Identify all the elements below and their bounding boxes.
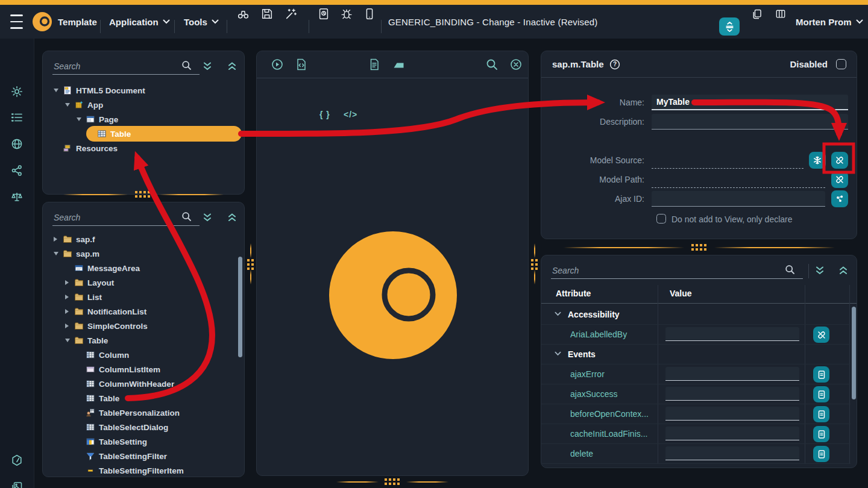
attributes-search-input[interactable] bbox=[551, 263, 803, 279]
attribute-name[interactable]: delete bbox=[570, 449, 593, 458]
tree-item-page-2[interactable]: Page bbox=[43, 112, 241, 127]
name-input[interactable] bbox=[652, 95, 848, 110]
device-tablet-icon[interactable] bbox=[315, 5, 333, 23]
hamburger-menu-icon[interactable] bbox=[10, 5, 23, 39]
attribute-value-input[interactable] bbox=[665, 387, 799, 401]
share-icon[interactable] bbox=[10, 164, 24, 177]
tree-item-columnwithheader-10[interactable]: ColumnWithHeader bbox=[43, 377, 241, 391]
edit-script-button[interactable] bbox=[813, 446, 829, 462]
attribute-value-input[interactable] bbox=[665, 367, 799, 381]
tree-item-resources-4[interactable]: Resources bbox=[43, 141, 241, 155]
page-tree-search-input[interactable] bbox=[52, 58, 200, 75]
tree-item-tablepersonalization-12[interactable]: TablePersonalization bbox=[43, 405, 241, 420]
expander-right-icon[interactable] bbox=[54, 237, 63, 242]
gallery-icon[interactable] bbox=[10, 480, 24, 488]
tree-item-table-3[interactable]: Table bbox=[86, 126, 242, 142]
collapse-all-icon[interactable] bbox=[227, 212, 237, 223]
attribute-name[interactable]: AriaLabelledBy bbox=[570, 330, 627, 339]
tree-item-tablesetting-14[interactable]: TableSetting bbox=[43, 434, 241, 449]
unbind-button[interactable] bbox=[813, 327, 829, 343]
tree-item-tablesettingfilteritem-16[interactable]: TableSettingFilterItem bbox=[43, 463, 241, 478]
vertical-splitter-handle[interactable] bbox=[531, 259, 538, 270]
expander-right-icon[interactable] bbox=[65, 280, 74, 285]
expander-right-icon[interactable] bbox=[65, 295, 74, 299]
library-scrollbar[interactable] bbox=[238, 257, 242, 357]
menu-tools[interactable]: Tools bbox=[184, 5, 219, 39]
help-icon[interactable]: ? bbox=[609, 59, 620, 70]
tree-item-columnlistitem-9[interactable]: ColumnListItem bbox=[43, 362, 241, 377]
tree-item-layout-3[interactable]: Layout bbox=[43, 275, 241, 290]
expand-all-icon[interactable] bbox=[202, 61, 213, 72]
expand-all-icon[interactable] bbox=[202, 212, 213, 223]
attribute-value-input[interactable] bbox=[665, 407, 799, 421]
edit-script-button[interactable] bbox=[813, 406, 829, 422]
expander-right-icon[interactable] bbox=[65, 324, 74, 328]
vertical-splitter-handle[interactable] bbox=[247, 259, 254, 270]
menu-application[interactable]: Application bbox=[109, 5, 170, 39]
tree-item-html5-document-0[interactable]: HTML5 Document bbox=[43, 83, 241, 98]
expander-down-icon[interactable] bbox=[65, 103, 74, 107]
binding-snowflake-button[interactable] bbox=[809, 152, 826, 169]
tree-item-simplecontrols-6[interactable]: SimpleControls bbox=[43, 319, 241, 333]
package-icon[interactable] bbox=[10, 454, 24, 467]
edit-script-button[interactable] bbox=[813, 366, 829, 383]
collapse-all-icon[interactable] bbox=[227, 61, 237, 72]
unbind-model-source-button[interactable] bbox=[831, 152, 848, 169]
tree-item-sap-f-0[interactable]: sap.f bbox=[43, 232, 241, 246]
edit-script-button[interactable] bbox=[813, 426, 829, 442]
tree-item-sap-m-1[interactable]: sap.m bbox=[43, 246, 241, 261]
chevron-down-icon[interactable] bbox=[555, 351, 561, 356]
ajax-graph-button[interactable] bbox=[831, 190, 848, 207]
ajax-id-input[interactable] bbox=[652, 191, 825, 207]
user-menu[interactable]: Morten Prom bbox=[796, 5, 863, 39]
columns-icon[interactable] bbox=[772, 5, 790, 23]
tree-item-column-8[interactable]: Column bbox=[43, 348, 241, 362]
model-path-input[interactable] bbox=[652, 173, 825, 188]
attribute-name[interactable]: cacheInitLoadFinis... bbox=[570, 429, 647, 439]
description-input[interactable] bbox=[652, 114, 848, 130]
library-search-input[interactable] bbox=[52, 210, 200, 226]
tree-item-table-11[interactable]: Table bbox=[43, 391, 241, 405]
expander-right-icon[interactable] bbox=[65, 309, 74, 314]
globe-icon[interactable] bbox=[10, 137, 24, 151]
attribute-name[interactable]: ajaxSuccess bbox=[570, 389, 618, 399]
expander-down-icon[interactable] bbox=[65, 339, 74, 342]
attributes-scrollbar[interactable] bbox=[852, 307, 856, 399]
edit-script-button[interactable] bbox=[813, 386, 829, 402]
collapse-all-icon[interactable] bbox=[838, 265, 849, 276]
wand-icon[interactable] bbox=[282, 5, 300, 23]
horizontal-splitter-handle[interactable] bbox=[691, 244, 706, 251]
expander-down-icon[interactable] bbox=[77, 117, 86, 121]
tree-item-list-4[interactable]: List bbox=[43, 290, 241, 304]
attribute-name[interactable]: ajaxError bbox=[570, 369, 605, 379]
attribute-value-input[interactable] bbox=[665, 427, 799, 440]
expander-down-icon[interactable] bbox=[54, 89, 63, 92]
attribute-value-input[interactable] bbox=[665, 446, 799, 460]
tree-item-tableselectdialog-13[interactable]: TableSelectDialog bbox=[43, 420, 241, 434]
bug-icon[interactable] bbox=[338, 5, 356, 23]
list-icon[interactable] bbox=[10, 111, 24, 124]
horizontal-splitter-handle[interactable] bbox=[385, 478, 400, 485]
expander-down-icon[interactable] bbox=[54, 252, 63, 255]
horizontal-splitter-handle[interactable] bbox=[135, 191, 150, 198]
model-source-input[interactable] bbox=[652, 154, 804, 169]
disabled-checkbox[interactable] bbox=[836, 59, 846, 69]
tree-item-notificationlist-5[interactable]: NotificationList bbox=[43, 304, 241, 319]
split-view-button[interactable] bbox=[719, 17, 740, 36]
preview-binoculars-icon[interactable] bbox=[234, 5, 252, 23]
tree-item-app-1[interactable]: App bbox=[43, 98, 241, 112]
declare-checkbox[interactable] bbox=[656, 214, 666, 224]
expand-all-icon[interactable] bbox=[814, 265, 825, 276]
attribute-value-input[interactable] bbox=[665, 327, 799, 341]
tree-item-table-7[interactable]: Table bbox=[43, 333, 241, 348]
unbind-model-path-button[interactable] bbox=[831, 171, 848, 188]
tree-item-messagearea-2[interactable]: MessageArea bbox=[43, 261, 241, 275]
attribute-name[interactable]: beforeOpenContex... bbox=[570, 409, 649, 419]
device-phone-icon[interactable] bbox=[360, 5, 379, 23]
tree-item-tablesettingfilter-15[interactable]: TableSettingFilter bbox=[43, 449, 241, 463]
copy-icon[interactable] bbox=[747, 5, 766, 23]
scales-icon[interactable] bbox=[10, 190, 24, 204]
save-icon[interactable] bbox=[258, 5, 276, 23]
settings-gear-icon[interactable] bbox=[10, 85, 24, 98]
chevron-down-icon[interactable] bbox=[555, 311, 561, 316]
